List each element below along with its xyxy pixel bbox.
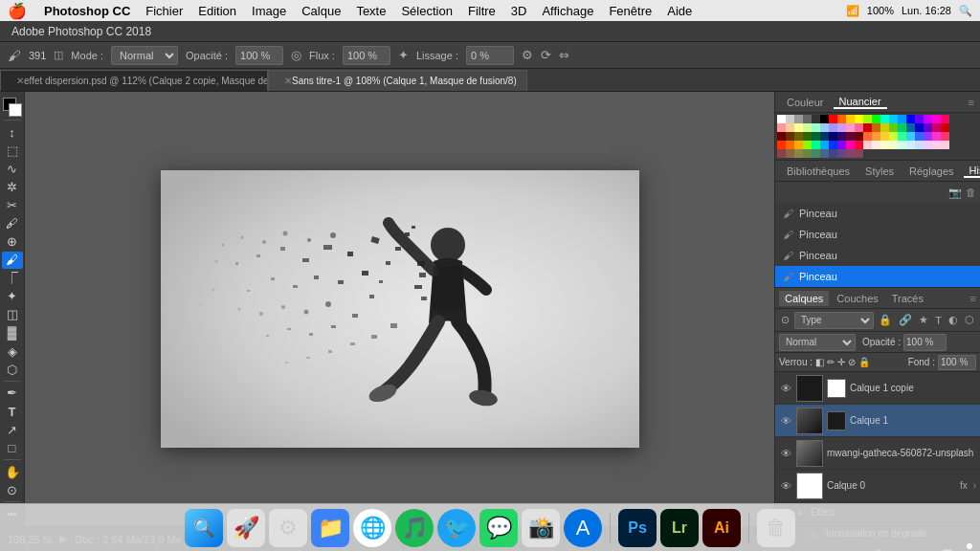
dock-twitter[interactable]: 🐦 [437,509,476,547]
swatch-3[interactable] [803,115,812,123]
lock-icon[interactable]: 🔒 [877,314,894,326]
tab-2-close[interactable]: ✕ [284,76,292,86]
menu-fenetre[interactable]: Fenêtre [601,4,659,18]
lissage-input[interactable] [466,46,514,65]
dock-trash[interactable]: 🗑 [757,509,795,547]
swatch-31[interactable] [872,123,880,132]
swatch-25[interactable] [820,123,829,132]
calques-tab[interactable]: Calques [779,291,829,306]
dock-preferences[interactable]: ⚙ [269,509,307,547]
swatch-34[interactable] [898,123,906,132]
swatch-32[interactable] [880,123,889,132]
reglages-tab[interactable]: Réglages [903,165,959,177]
history-item-1[interactable]: 🖌 Pinceau [775,203,980,224]
mode-select[interactable]: Normal Produit Éclaircir [111,46,178,65]
traces-tab[interactable]: Tracés [886,291,929,306]
swatch-5[interactable] [820,115,829,123]
swatch-51[interactable] [872,132,880,141]
swatch-62[interactable] [794,141,803,149]
swatch-48[interactable] [846,132,855,141]
layer-row-4[interactable]: 👁 Calque 0 fx › [775,470,980,502]
move-tool-btn[interactable]: ↕ [2,123,23,141]
delete-state-icon[interactable]: 🗑 [966,187,976,198]
swatch-4[interactable] [812,115,820,123]
swatch-43[interactable] [803,132,812,141]
swatch-75[interactable] [906,141,915,149]
path-select-btn[interactable]: ↗ [2,421,23,438]
swatch-20[interactable] [777,123,786,132]
fond-input[interactable] [938,355,976,370]
swatch-50[interactable] [863,132,872,141]
swatch-55[interactable] [906,132,915,141]
history-item-3[interactable]: 🖌 Pinceau [775,245,980,266]
panel-menu-icon[interactable]: ≡ [969,97,974,108]
swatch-41[interactable] [786,132,794,141]
swatch-58[interactable] [932,132,941,141]
swatch-71[interactable] [872,141,880,149]
lasso-btn[interactable]: ∿ [2,160,23,177]
swatch-46[interactable] [829,132,837,141]
swatch-42[interactable] [794,132,803,141]
tab-1-close[interactable]: ✕ [16,76,24,86]
swatch-87[interactable] [837,149,846,158]
swatch-80[interactable] [777,149,786,158]
swatch-47[interactable] [837,132,846,141]
swatch-67[interactable] [837,141,846,149]
apple-menu[interactable]: 🍎 [8,2,27,20]
layer-1-visibility[interactable]: 👁 [779,382,792,395]
swatch-12[interactable] [880,115,889,123]
eyedropper-btn[interactable]: 🖋 [2,215,23,232]
layer-opacity-input[interactable] [903,334,947,351]
lock-all-icon[interactable]: 🔒 [858,357,870,367]
layer-3-visibility[interactable]: 👁 [779,447,792,460]
tab-2[interactable]: ✕ Sans titre-1 @ 108% (Calque 1, Masque … [268,70,527,91]
swatch-16[interactable] [915,115,924,123]
swatch-77[interactable] [924,141,932,149]
swatch-79[interactable] [941,141,949,149]
dock-launchpad[interactable]: 🚀 [227,509,265,547]
swatch-70[interactable] [863,141,872,149]
swatch-38[interactable] [932,123,941,132]
swatch-73[interactable] [889,141,898,149]
nuancier-tab[interactable]: Nuancier [834,96,887,109]
dock-messages[interactable]: 💬 [479,509,518,547]
swatch-11[interactable] [872,115,880,123]
swatch-1[interactable] [786,115,794,123]
lock-artboard-icon[interactable]: ⊘ [848,357,856,367]
angle-icon[interactable]: ⟳ [541,48,551,62]
text-layer-icon[interactable]: T [933,315,944,326]
swatch-85[interactable] [820,149,829,158]
lock-image-icon[interactable]: ✏ [827,357,835,367]
swatch-76[interactable] [915,141,924,149]
brush-btn[interactable]: 🖌 [2,252,23,269]
swatch-81[interactable] [786,149,794,158]
search-icon[interactable]: 🔍 [959,5,972,17]
swatch-14[interactable] [898,115,906,123]
swatch-0[interactable] [777,115,786,123]
history-item-2[interactable]: 🖌 Pinceau [775,224,980,245]
layer-style-icon[interactable]: ★ [917,314,930,326]
swatch-57[interactable] [924,132,932,141]
lock-transparency-icon[interactable]: ◧ [815,357,824,367]
layer-filter-select[interactable]: Type [794,312,874,329]
snapshot-icon[interactable]: 📷 [948,187,962,199]
smart-filter-icon[interactable]: ⬡ [963,314,976,326]
swatch-17[interactable] [924,115,932,123]
swatch-6[interactable] [829,115,837,123]
history-item-4[interactable]: 🖌 Pinceau [775,266,980,287]
settings-icon[interactable]: ⚙ [522,48,533,62]
menu-affichage[interactable]: Affichage [534,4,601,18]
swatch-68[interactable] [846,141,855,149]
menu-fichier[interactable]: Fichier [138,4,190,18]
pen-btn[interactable]: ✒ [2,385,23,402]
magic-wand-btn[interactable]: ✲ [2,178,23,195]
hand-btn[interactable]: ✋ [2,463,23,480]
swatch-56[interactable] [915,132,924,141]
libraries-tab[interactable]: Bibliothèques [781,165,856,177]
swatch-45[interactable] [820,132,829,141]
swatch-8[interactable] [846,115,855,123]
history-brush-btn[interactable]: ✦ [2,288,23,305]
shape-btn[interactable]: □ [2,439,23,456]
dock-ai[interactable]: Ai [702,509,741,547]
text-btn[interactable]: T [2,403,23,420]
